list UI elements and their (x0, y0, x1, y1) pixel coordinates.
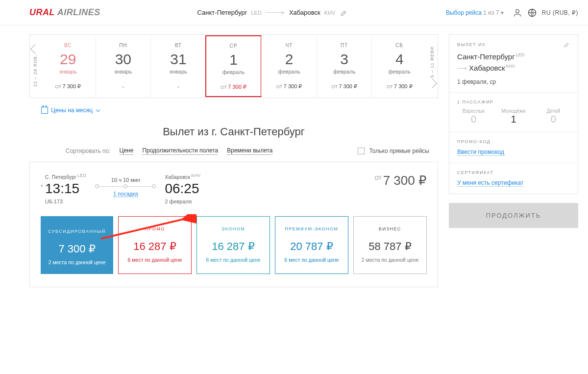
date-cell[interactable]: СБ4февральОТ 7 300 (371, 36, 427, 97)
prev-range: 22 – 28 ЯНВ. (33, 54, 38, 87)
side-date: 1 февраля, ср (457, 78, 570, 85)
date-cell[interactable]: ВС29январьОТ 7 300 (41, 36, 96, 97)
dep-time: 13:15 (45, 181, 86, 197)
fare-sub[interactable]: СУБСИДИРОВАННЫЙ7 3002 места по данной це… (41, 216, 113, 274)
from-code: LED (251, 10, 262, 16)
date-cell[interactable]: ПТ3февральОТ 7 300 (317, 36, 372, 97)
date-cell[interactable]: ВТ31январь- (150, 36, 206, 97)
logo-ural: URAL (29, 7, 55, 17)
main: 22 – 28 ЯНВ. ВС29январьОТ 7 300ПН30январ… (0, 25, 588, 307)
header-route: Санкт-Петербург LED Хабаровск KHV (100, 8, 446, 18)
calendar-icon (41, 107, 48, 114)
month-prices-label: Цены на месяц (51, 107, 93, 114)
side-to-city: Хабаровск (469, 64, 505, 72)
edit-route-icon[interactable] (339, 8, 349, 18)
route-section: ВЫЛЕТ ИЗ Санкт-ПетербургLED ⟶ХабаровскKH… (449, 35, 578, 92)
locale-label[interactable]: RU (RUB, ₽) (542, 9, 578, 16)
side-from-city: Санкт-Петербург (457, 52, 515, 61)
checkbox-icon (358, 148, 365, 154)
page: URAL AIRLINES Санкт-Петербург LED Хабаро… (0, 0, 588, 307)
step-label: Выбор рейса (446, 9, 482, 16)
fare-biz[interactable]: БИЗНЕС58 7872 места по данной цене (353, 216, 427, 274)
left-column: 22 – 28 ЯНВ. ВС29январьОТ 7 300ПН30январ… (29, 34, 438, 287)
dep-label: ВЫЛЕТ ИЗ (457, 42, 486, 47)
flight-number: U6-173 (45, 199, 86, 204)
sort-row: Сортировать по: Цене Продолжительности п… (66, 147, 429, 155)
fare-promo[interactable]: ПРОМО16 2876 мест по данной цене (118, 216, 192, 274)
arrow-icon: ⟶ (457, 64, 467, 72)
cert-label: СЕРТИФИКАТ (457, 170, 493, 175)
step-count: 1 из 7 (483, 9, 499, 16)
promo-section: ПРОМО-КОД Ввести промокод (449, 132, 578, 163)
side-to-code: KHV (506, 64, 515, 69)
dep-city: С. Петербург (45, 175, 76, 180)
arr-time: 06:25 (165, 181, 200, 197)
segment-block: 10 ч 10 мин 1 посадка (96, 173, 155, 197)
arr-code: KHV (191, 173, 200, 178)
promo-link[interactable]: Ввести промокод (457, 149, 504, 156)
arrival-block: ХабаровскKHV 06:25 2 февраля (165, 173, 200, 204)
departure-title: Вылет из г. Санкт-Петербург (29, 125, 438, 138)
continue-button[interactable]: ПРОДОЛЖИТЬ (449, 203, 578, 228)
date-cell[interactable]: ЧТ2февральОТ 7 300 (261, 36, 317, 97)
summary-card: ВЫЛЕТ ИЗ Санкт-ПетербургLED ⟶ХабаровскKH… (449, 34, 578, 194)
chevron-down-icon (96, 108, 100, 112)
fare-econ[interactable]: ЭКОНОМ16 2876 мест по данной цене (196, 216, 270, 274)
pax-item[interactable]: Молодёжи1 (497, 108, 530, 125)
to-code: KHV (324, 10, 336, 16)
arr-date: 2 февраля (165, 199, 200, 204)
flight-summary: ▾ С. ПетербургLED 13:15 U6-173 10 ч 10 м… (41, 173, 427, 204)
price-value: 7 300 (383, 173, 427, 188)
stops-link[interactable]: 1 посадка (113, 191, 138, 197)
departure-block: С. ПетербургLED 13:15 U6-173 (45, 173, 86, 204)
date-next[interactable]: 5 – 11 ФЕВР. (427, 35, 438, 98)
pax-row: Взрослых0Молодёжи1Детей0 (457, 108, 570, 125)
segment-line (96, 186, 155, 188)
from-city: Санкт-Петербург (197, 9, 247, 16)
cert-section: СЕРТИФИКАТ У меня есть сертификат (449, 163, 578, 194)
cert-link[interactable]: У меня есть сертификат (457, 179, 523, 187)
globe-icon[interactable] (527, 8, 537, 18)
edit-icon[interactable] (564, 42, 570, 48)
date-cell[interactable]: ПН30январь- (96, 36, 151, 97)
side-route: Санкт-ПетербургLED ⟶ХабаровскKHV (457, 51, 570, 74)
duration: 10 ч 10 мин (96, 177, 155, 183)
chevron-right-icon (427, 78, 437, 88)
sort-duration[interactable]: Продолжительности полета (142, 147, 218, 155)
arrow-icon (266, 12, 285, 13)
flight-price: ОТ7 300 (375, 173, 427, 188)
side-from-code: LED (516, 52, 525, 57)
sort-time[interactable]: Времени вылета (227, 147, 272, 155)
sidebar: ВЫЛЕТ ИЗ Санкт-ПетербургLED ⟶ХабаровскKH… (449, 34, 578, 228)
flight-card: ▾ С. ПетербургLED 13:15 U6-173 10 ч 10 м… (29, 162, 438, 287)
pax-section: 1 ПАССАЖИР Взрослых0Молодёжи1Детей0 (449, 92, 578, 132)
header: URAL AIRLINES Санкт-Петербург LED Хабаро… (0, 0, 588, 25)
pax-label: 1 ПАССАЖИР (457, 100, 493, 104)
pax-item[interactable]: Взрослых0 (457, 108, 490, 125)
header-right: RU (RUB, ₽) (513, 8, 578, 18)
logo-airlines: AIRLINES (57, 7, 100, 17)
fare-row: СУБСИДИРОВАННЫЙ7 3002 места по данной це… (41, 216, 427, 274)
to-city: Хабаровск (289, 9, 320, 16)
promo-label: ПРОМО-КОД (457, 139, 490, 144)
date-cell[interactable]: СР1февральОТ 7 300 (205, 35, 262, 97)
month-prices-link[interactable]: Цены на месяц (41, 107, 438, 114)
date-strip: 22 – 28 ЯНВ. ВС29январьОТ 7 300ПН30январ… (29, 34, 438, 98)
svg-point-0 (515, 9, 519, 13)
direct-only-label: Только прямые рейсы (369, 148, 429, 154)
expand-icon[interactable]: ▾ (41, 183, 43, 188)
sort-price[interactable]: Цене (120, 147, 134, 155)
arr-city: Хабаровск (165, 175, 190, 180)
price-prefix: ОТ (375, 175, 382, 181)
logo[interactable]: URAL AIRLINES (29, 7, 100, 18)
booking-step: Выбор рейса 1 из 7 ▾ (446, 9, 504, 16)
sort-label: Сортировать по: (66, 148, 111, 154)
user-icon[interactable] (513, 8, 522, 18)
direct-only-toggle[interactable]: Только прямые рейсы (358, 148, 429, 155)
pax-item[interactable]: Детей0 (537, 108, 570, 125)
fare-prem[interactable]: ПРЕМИУМ-ЭКОНОМ20 7876 мест по данной цен… (275, 216, 348, 274)
dates-row: ВС29январьОТ 7 300ПН30январь-ВТ31январь-… (41, 36, 427, 97)
dep-code: LED (77, 173, 86, 178)
date-prev[interactable]: 22 – 28 ЯНВ. (30, 35, 41, 98)
next-range: 5 – 11 ФЕВР. (430, 46, 435, 77)
